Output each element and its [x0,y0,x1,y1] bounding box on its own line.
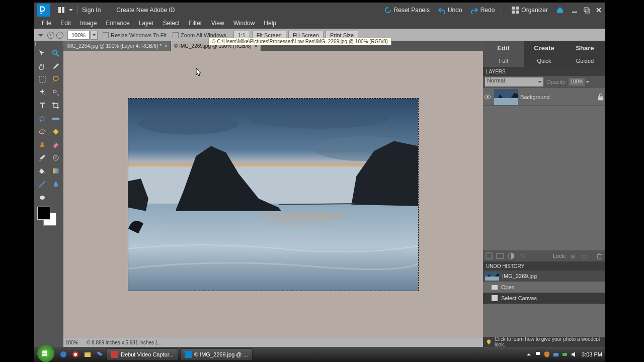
taskbar-clock[interactable]: 3:03 PM [582,351,602,357]
panel-tab-create[interactable]: Create [524,41,565,55]
layer-row-background[interactable]: Background [483,88,605,106]
new-layer-icon[interactable] [485,252,493,260]
cookie-cutter-tool[interactable] [35,112,49,125]
foreground-color[interactable] [37,207,50,220]
layer-visibility-toggle[interactable] [483,95,492,100]
smart-brush-tool[interactable] [49,151,62,164]
ql-dropbox-icon[interactable] [96,350,104,358]
color-swatches[interactable] [35,207,62,227]
new-group-icon[interactable] [496,252,504,260]
subtab-quick[interactable]: Quick [524,55,565,67]
spot-healing-tool[interactable] [49,125,62,138]
red-eye-tool[interactable] [35,125,49,138]
clone-stamp-tool[interactable] [35,138,49,151]
tray-battery-icon[interactable] [561,351,569,358]
opacity-dropdown-icon[interactable] [585,78,591,86]
crop-tool[interactable] [49,99,62,112]
delete-layer-icon[interactable] [595,252,603,260]
opacity-input[interactable]: 100% [569,78,585,86]
brush-tool[interactable] [35,151,49,164]
lasso-tool[interactable] [49,73,62,86]
marquee-tool[interactable] [35,73,49,86]
menu-view[interactable]: View [207,20,229,27]
zoom-level-dropdown[interactable] [91,31,98,40]
tray-volume-icon[interactable] [571,351,578,358]
gradient-tool[interactable] [49,164,62,177]
layer-name[interactable]: Background [520,94,596,100]
tray-flag-icon[interactable] [534,351,541,358]
lock-icon[interactable] [596,93,605,102]
organizer-button[interactable]: Organizer [509,6,548,14]
undo-history-source[interactable]: IMG_2269.jpg [483,270,605,282]
lock-all-icon[interactable] [569,252,577,260]
tray-arrow-icon[interactable] [525,351,532,358]
reset-panels-button[interactable]: Reset Panels [382,6,430,14]
sign-in-link[interactable]: Sign In [82,7,101,14]
document-tab-1[interactable]: IMG_2264.jpg @ 100% (Layer 4, RGB/8) * × [63,41,171,51]
layer-list[interactable]: Background [483,88,605,250]
subtab-full[interactable]: Full [483,55,524,67]
ql-chrome-icon[interactable] [71,350,79,358]
arrange-dropdown-icon[interactable] [68,8,73,13]
eyedropper-tool[interactable] [49,60,62,73]
canvas-area[interactable] [63,51,483,338]
menu-select[interactable]: Select [158,20,184,27]
paint-bucket-tool[interactable] [35,164,49,177]
menu-edit[interactable]: Edit [56,20,75,27]
menu-file[interactable]: File [37,20,56,27]
status-zoom[interactable]: 100% [63,340,84,345]
minimize-icon[interactable] [571,7,578,14]
panel-tab-edit[interactable]: Edit [483,41,524,55]
maximize-icon[interactable] [583,7,590,14]
undo-button[interactable]: Undo [436,6,462,14]
blur-tool[interactable] [49,177,62,191]
link-layers-icon[interactable] [518,252,526,260]
panel-tab-share[interactable]: Share [565,41,605,55]
status-info[interactable]: © 8.889 inches x 5.931 inches (... [84,340,473,345]
app-icon[interactable] [37,4,50,17]
taskbar-app-pse[interactable]: © IMG_2269.jpg @ ... [180,348,253,360]
taskbar-app-debut[interactable]: Debut Video Captur... [107,348,178,360]
ql-explorer-icon[interactable] [84,350,92,358]
toolbox-handle[interactable] [35,42,62,46]
hand-tool[interactable] [35,60,49,73]
undo-step-open[interactable]: Open [483,282,605,293]
eraser-tool[interactable] [49,138,62,151]
quick-selection-tool[interactable] [49,86,62,99]
tray-shield-icon[interactable] [543,351,550,358]
lock-pixels-icon[interactable] [580,252,588,260]
menu-window[interactable]: Window [229,20,260,27]
sponge-tool[interactable] [35,191,49,204]
canvas[interactable] [128,98,419,291]
arrange-icon[interactable] [57,6,65,14]
zoom-in-icon[interactable]: + [47,32,54,39]
resize-windows-checkbox[interactable]: Resize Windows To Fit [103,32,167,38]
start-button[interactable] [37,345,54,362]
shape-tool[interactable] [35,177,49,191]
straighten-tool[interactable] [49,112,62,125]
subtab-guided[interactable]: Guided [565,55,605,67]
type-tool[interactable] [35,99,49,112]
move-tool[interactable] [35,47,49,60]
magic-wand-tool[interactable] [35,86,49,99]
undo-history-list[interactable]: IMG_2269.jpg Open Select Canvas [483,270,605,337]
menu-layer[interactable]: Layer [134,20,158,27]
menu-enhance[interactable]: Enhance [101,20,134,27]
layer-thumbnail[interactable] [494,89,518,105]
system-tray[interactable]: 3:03 PM [521,351,605,358]
home-icon[interactable] [556,6,564,14]
zoom-tool[interactable] [49,47,62,60]
create-adobe-id-link[interactable]: Create New Adobe ID [116,7,175,14]
menu-filter[interactable]: Filter [184,20,207,27]
menu-image[interactable]: Image [75,20,101,27]
blend-mode-select[interactable]: Normal [485,77,543,86]
zoom-out-icon[interactable]: − [56,32,63,39]
zoom-all-checkbox[interactable]: Zoom All Windows [173,32,226,38]
close-tab-1-icon[interactable]: × [165,43,168,49]
tool-options-caret-icon[interactable] [37,32,44,39]
close-icon[interactable] [595,7,602,14]
hint-bar[interactable]: Click to learn how to give your photo a … [483,337,605,347]
tray-network-icon[interactable] [552,351,559,358]
adjustment-layer-icon[interactable] [507,252,515,260]
menu-help[interactable]: Help [259,20,281,27]
